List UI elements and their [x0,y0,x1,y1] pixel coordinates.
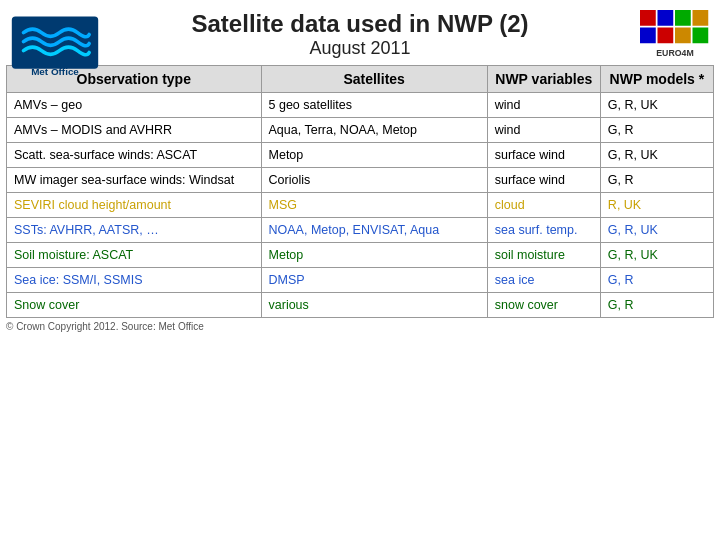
cell-sat-7: DMSP [261,268,487,293]
svg-text:Met Office: Met Office [31,66,79,77]
cell-sat-4: MSG [261,193,487,218]
subtitle: August 2011 [192,38,529,59]
svg-rect-8 [658,28,674,44]
cell-nwp_var-8: snow cover [487,293,600,318]
cell-sat-5: NOAA, Metop, ENVISAT, Aqua [261,218,487,243]
table-row: Scatt. sea-surface winds: ASCATMetopsurf… [7,143,714,168]
page-title: Satellite data used in NWP (2) August 20… [192,10,529,59]
met-office-logo: Met Office [10,6,100,81]
cell-sat-8: various [261,293,487,318]
cell-obs-5: SSTs: AVHRR, AATSR, … [7,218,262,243]
table-row: AMVs – MODIS and AVHRRAqua, Terra, NOAA,… [7,118,714,143]
satellite-data-table: Observation type Satellites NWP variable… [6,65,714,318]
cell-nwp_mod-8: G, R [600,293,713,318]
cell-obs-0: AMVs – geo [7,93,262,118]
table-row: SSTs: AVHRR, AATSR, …NOAA, Metop, ENVISA… [7,218,714,243]
data-table-container: Observation type Satellites NWP variable… [0,65,720,318]
cell-sat-6: Metop [261,243,487,268]
cell-obs-1: AMVs – MODIS and AVHRR [7,118,262,143]
svg-rect-4 [658,10,674,26]
table-row: Snow covervarioussnow coverG, R [7,293,714,318]
table-header-row: Observation type Satellites NWP variable… [7,66,714,93]
cell-nwp_var-4: cloud [487,193,600,218]
cell-nwp_var-3: surface wind [487,168,600,193]
table-row: MW imager sea-surface winds: WindsatCori… [7,168,714,193]
cell-nwp_mod-6: G, R, UK [600,243,713,268]
cell-nwp_mod-3: G, R [600,168,713,193]
cell-nwp_mod-5: G, R, UK [600,218,713,243]
header: Met Office Satellite data used in NWP (2… [0,0,720,65]
svg-rect-6 [693,10,709,26]
svg-rect-9 [675,28,691,44]
cell-obs-8: Snow cover [7,293,262,318]
svg-rect-7 [640,28,656,44]
cell-obs-6: Soil moisture: ASCAT [7,243,262,268]
cell-nwp_mod-7: G, R [600,268,713,293]
cell-nwp_var-1: wind [487,118,600,143]
svg-rect-10 [693,28,709,44]
cell-nwp_mod-0: G, R, UK [600,93,713,118]
table-row: SEVIRI cloud height/amountMSGcloudR, UK [7,193,714,218]
col-header-nwp-mod: NWP models * [600,66,713,93]
table-row: Sea ice: SSM/I, SSMISDMSPsea iceG, R [7,268,714,293]
main-title: Satellite data used in NWP (2) [192,10,529,38]
cell-nwp_var-6: soil moisture [487,243,600,268]
cell-sat-0: 5 geo satellites [261,93,487,118]
table-row: Soil moisture: ASCATMetopsoil moistureG,… [7,243,714,268]
cell-nwp_var-0: wind [487,93,600,118]
cell-nwp_var-7: sea ice [487,268,600,293]
cell-nwp_mod-1: G, R [600,118,713,143]
cell-obs-4: SEVIRI cloud height/amount [7,193,262,218]
cell-obs-3: MW imager sea-surface winds: Windsat [7,168,262,193]
svg-text:EURO4M: EURO4M [656,48,693,58]
svg-rect-5 [675,10,691,26]
cell-sat-2: Metop [261,143,487,168]
cell-obs-7: Sea ice: SSM/I, SSMIS [7,268,262,293]
col-header-sat: Satellites [261,66,487,93]
cell-nwp_var-2: surface wind [487,143,600,168]
cell-sat-3: Coriolis [261,168,487,193]
cell-sat-1: Aqua, Terra, NOAA, Metop [261,118,487,143]
col-header-nwp-var: NWP variables [487,66,600,93]
cell-nwp_mod-4: R, UK [600,193,713,218]
table-row: AMVs – geo5 geo satelliteswindG, R, UK [7,93,714,118]
svg-rect-3 [640,10,656,26]
copyright-footer: © Crown Copyright 2012. Source: Met Offi… [0,318,720,335]
cell-nwp_mod-2: G, R, UK [600,143,713,168]
cell-nwp_var-5: sea surf. temp. [487,218,600,243]
cell-obs-2: Scatt. sea-surface winds: ASCAT [7,143,262,168]
euro4m-logo: EURO4M [640,10,710,60]
